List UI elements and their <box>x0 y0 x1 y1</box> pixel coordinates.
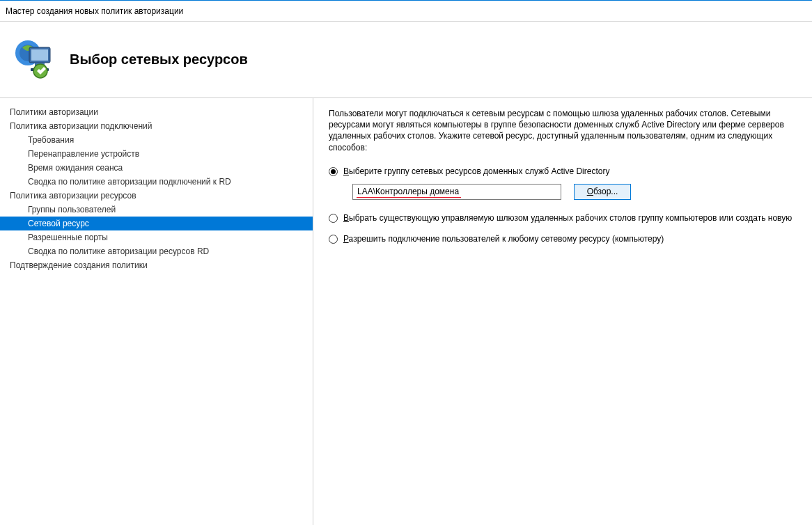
browse-button[interactable]: Обзор... <box>574 184 631 200</box>
nav-item-0[interactable]: Политики авторизации <box>0 105 313 119</box>
nav-item-3[interactable]: Перенаправление устройств <box>0 147 313 161</box>
nav-item-10[interactable]: Сводка по политике авторизации ресурсов … <box>0 244 313 258</box>
description-text: Пользователи могут подключаться к сетевы… <box>329 108 798 153</box>
page-title: Выбор сетевых ресурсов <box>70 52 248 68</box>
option-managed-group-label: Выбрать существующую управляемую шлюзом … <box>343 212 798 224</box>
nav-item-6[interactable]: Политика авторизации ресурсов <box>0 189 313 203</box>
main-panel: Пользователи могут подключаться к сетевы… <box>313 98 812 525</box>
window-title: Мастер создания новых политик авторизаци… <box>6 6 183 16</box>
wizard-icon <box>13 38 57 82</box>
nav-item-2[interactable]: Требования <box>0 133 313 147</box>
nav-item-9[interactable]: Разрешенные порты <box>0 230 313 244</box>
radio-any-resource[interactable] <box>329 235 338 244</box>
nav-item-11[interactable]: Подтверждение создания политики <box>0 258 313 272</box>
nav-item-5[interactable]: Сводка по политике авторизации подключен… <box>0 175 313 189</box>
spellcheck-underline <box>357 197 461 198</box>
option-managed-group[interactable]: Выбрать существующую управляемую шлюзом … <box>329 212 798 224</box>
option-any-resource[interactable]: Разрешить подключение пользователей к лю… <box>329 233 798 244</box>
radio-ad-group[interactable] <box>329 167 338 176</box>
option-ad-group[interactable]: Выберите группу сетевых ресурсов доменны… <box>329 166 798 177</box>
option-any-resource-label: Разрешить подключение пользователей к лю… <box>343 233 798 244</box>
wizard-nav-sidebar: Политики авторизацииПолитика авторизации… <box>0 98 313 525</box>
wizard-header: Выбор сетевых ресурсов <box>0 22 812 98</box>
nav-item-4[interactable]: Время ожидания сеанса <box>0 161 313 175</box>
nav-item-1[interactable]: Политика авторизации подключений <box>0 119 313 133</box>
svg-rect-2 <box>31 49 48 61</box>
nav-item-8[interactable]: Сетевой ресурс <box>0 217 313 230</box>
ad-group-input-row: Обзор... <box>352 184 798 200</box>
ad-group-input-wrap <box>352 184 561 200</box>
radio-managed-group[interactable] <box>329 214 338 223</box>
nav-item-7[interactable]: Группы пользователей <box>0 203 313 217</box>
wizard-window: Мастер создания новых политик авторизаци… <box>0 0 812 525</box>
titlebar: Мастер создания новых политик авторизаци… <box>0 1 812 22</box>
option-ad-group-label: Выберите группу сетевых ресурсов доменны… <box>343 166 798 177</box>
content-area: Политики авторизацииПолитика авторизации… <box>0 98 812 525</box>
